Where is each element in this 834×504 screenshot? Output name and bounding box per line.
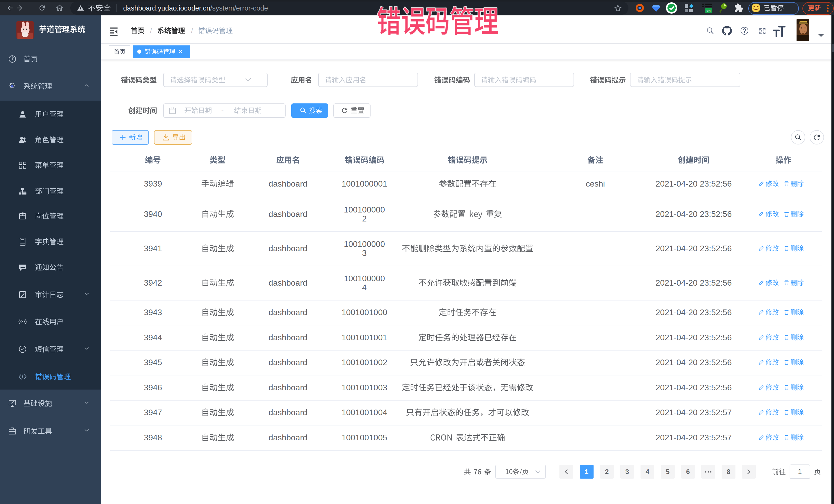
svg-text:on: on [706, 9, 710, 13]
